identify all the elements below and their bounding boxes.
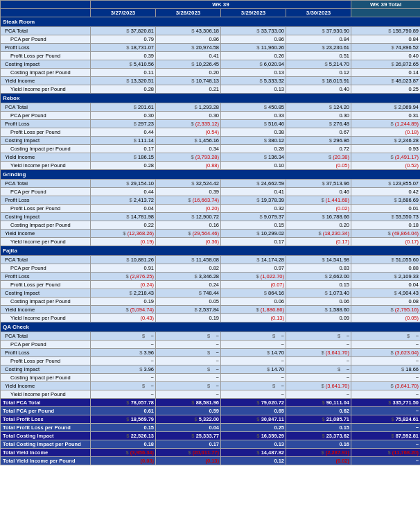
data-cell: −: [351, 357, 420, 365]
data-cell: $ (18,230.34): [286, 230, 351, 238]
cell-value: 2,069.94: [399, 104, 419, 110]
dollar-sign: $: [130, 197, 132, 203]
cell-value: (12,368.26): [128, 230, 154, 236]
cell-value: 0.28: [143, 86, 154, 92]
total-cell: (0.13): [156, 457, 221, 465]
row-label: PCA per Pound: [1, 35, 91, 44]
row-label: PCA per Pound: [1, 341, 91, 349]
dollar-sign: $: [191, 433, 194, 439]
row-label: Costing Impact per Pound: [1, 221, 91, 230]
table-row: PCA Total$ 37,820.81$ 43,306.18$ 33,733.…: [1, 27, 421, 35]
dollar-sign: $: [134, 121, 137, 127]
data-cell: $ 516.46: [221, 120, 286, 128]
data-cell: −: [221, 341, 286, 349]
cell-value: (0.43): [140, 315, 154, 321]
cell-value: 123,855.07: [392, 180, 419, 187]
data-cell: (0.52): [351, 162, 420, 170]
data-cell: $ −: [91, 332, 156, 341]
row-label: Profit Loss per Pound: [1, 205, 91, 213]
cell-value: (0.02): [335, 205, 349, 212]
cell-value: 0.20: [339, 222, 349, 228]
row-label: Yield Income: [1, 153, 91, 162]
cell-value: 297.23: [138, 121, 154, 127]
cell-value: 90,111.04: [326, 399, 349, 406]
dollar-sign: $: [322, 197, 324, 203]
data-cell: $ (12,368.26): [91, 230, 156, 238]
dollar-sign: $: [391, 383, 394, 389]
cell-value: 0.14: [408, 69, 419, 76]
dollar-sign: $: [391, 416, 394, 422]
cell-value: 0.09: [339, 315, 349, 321]
data-cell: $ 37,930.90: [286, 27, 351, 35]
data-cell: 0.20: [156, 69, 221, 77]
dollar-sign: $: [188, 230, 191, 236]
dollar-sign: $: [191, 44, 194, 51]
cell-value: −: [342, 358, 349, 364]
total-cell: 0.16: [286, 440, 351, 449]
dollar-sign: $: [256, 307, 259, 313]
date-3-header: 3/29/2023: [221, 9, 286, 17]
dollar-sign: $: [318, 230, 321, 236]
cell-value: 14,174.28: [261, 257, 284, 263]
dollar-sign: $: [322, 44, 324, 51]
cell-value: −: [411, 333, 419, 339]
dollar-sign: $: [191, 78, 194, 84]
data-cell: $ 9,079.37: [221, 213, 286, 221]
total-cell: 0.15: [286, 424, 351, 432]
table-row: PCA Total$ 201.61$ 1,293.28$ 450.85$ 124…: [1, 103, 421, 112]
cell-value: −: [211, 358, 219, 364]
dollar-sign: $: [142, 383, 145, 389]
cell-value: 186.15: [138, 154, 154, 160]
row-label: PCA Total: [1, 180, 91, 188]
cell-value: 20,974.58: [196, 44, 219, 51]
cell-value: 0.18: [408, 222, 419, 228]
cell-value: −: [342, 366, 349, 372]
data-cell: $ 26,872.65: [351, 60, 420, 69]
cell-value: (0.18): [405, 129, 419, 135]
row-label: Profit Loss: [1, 44, 91, 52]
cell-value: 0.17: [209, 441, 219, 447]
cell-value: 19,378.39: [261, 197, 284, 203]
cell-value: −: [211, 350, 219, 356]
data-cell: $ −: [156, 332, 221, 341]
data-cell: (0.13): [221, 314, 286, 322]
cell-value: 5,322.00: [199, 416, 219, 422]
data-cell: 0.01: [351, 205, 420, 213]
total-cell: 0.17: [156, 440, 221, 449]
cell-value: 0.67: [339, 129, 349, 135]
row-label: Profit Loss: [1, 196, 91, 205]
cell-value: 0.16: [209, 222, 219, 228]
row-label: Profit Loss per Pound: [1, 281, 91, 289]
cell-value: (0.13): [270, 315, 284, 321]
data-cell: (0.20): [156, 205, 221, 213]
table-row: Profit Loss$ 18,731.07$ 20,974.58$ 11,96…: [1, 44, 421, 52]
dollar-sign: $: [407, 333, 410, 339]
data-cell: 0.72: [286, 145, 351, 153]
data-cell: −: [286, 374, 351, 382]
cell-value: −: [277, 358, 284, 364]
cell-value: 14.70: [271, 366, 284, 372]
data-table: WK 39 WK 39 Total 3/27/2023 3/28/2023 3/…: [0, 0, 420, 465]
cell-value: 10,299.02: [261, 230, 284, 236]
data-cell: $ 19,378.39: [221, 196, 286, 205]
data-cell: $ 136.34: [221, 153, 286, 162]
cell-value: (18,230.34): [323, 230, 349, 236]
cell-value: 864.16: [268, 290, 284, 296]
total-header: [351, 9, 420, 17]
cell-value: 0.59: [209, 408, 219, 414]
data-cell: $ 14,781.98: [91, 213, 156, 221]
data-cell: $ 23,230.61: [286, 44, 351, 52]
data-cell: $ (3,793.28): [156, 153, 221, 162]
cell-value: (0.54): [205, 129, 219, 135]
cell-value: (0.05): [335, 162, 349, 169]
cell-value: 2,662.00: [329, 273, 349, 279]
dollar-sign: $: [195, 104, 198, 110]
table-row: Yield Income$ (12,368.26)$ (29,564.46)$ …: [1, 230, 421, 238]
table-row: Costing Impact$ 2,218.43$ 748.44$ 864.16…: [1, 289, 421, 298]
dollar-sign: $: [256, 433, 259, 439]
data-cell: 0.18: [351, 221, 420, 230]
dates-row: 3/27/2023 3/28/2023 3/29/2023 3/30/2023: [1, 9, 421, 17]
data-cell: 0.32: [221, 205, 286, 213]
cell-value: 158,790.89: [392, 28, 419, 34]
cell-value: 12,900.72: [196, 214, 219, 220]
